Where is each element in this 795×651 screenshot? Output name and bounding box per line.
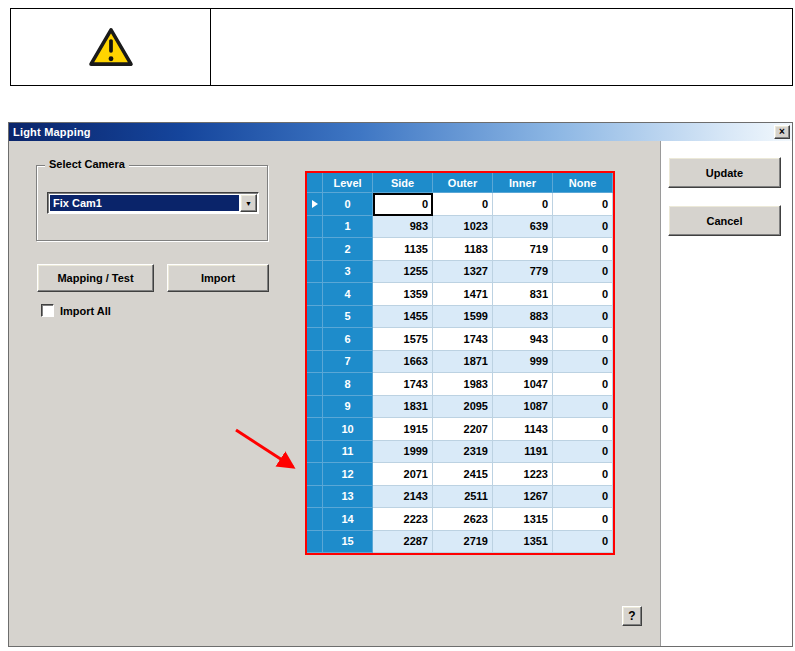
value-cell[interactable]: 1351 (493, 531, 553, 554)
value-cell[interactable]: 0 (553, 283, 613, 306)
value-cell[interactable]: 0 (553, 396, 613, 419)
level-cell[interactable]: 11 (323, 441, 373, 464)
value-cell[interactable]: 1327 (433, 261, 493, 284)
row-indicator[interactable] (307, 238, 323, 261)
level-cell[interactable]: 13 (323, 486, 373, 509)
level-cell[interactable]: 4 (323, 283, 373, 306)
value-cell[interactable]: 1983 (433, 373, 493, 396)
value-cell[interactable]: 1023 (433, 216, 493, 239)
value-cell[interactable]: 0 (553, 238, 613, 261)
level-cell[interactable]: 3 (323, 261, 373, 284)
value-cell[interactable]: 2223 (373, 508, 433, 531)
level-cell[interactable]: 10 (323, 418, 373, 441)
value-cell[interactable]: 1599 (433, 306, 493, 329)
value-cell[interactable]: 1743 (373, 373, 433, 396)
value-cell[interactable]: 0 (553, 486, 613, 509)
column-header-outer[interactable]: Outer (433, 173, 493, 193)
row-indicator[interactable] (307, 351, 323, 374)
value-cell[interactable]: 719 (493, 238, 553, 261)
value-cell[interactable]: 943 (493, 328, 553, 351)
import-button[interactable]: Import (167, 264, 269, 292)
value-cell[interactable]: 1223 (493, 463, 553, 486)
value-cell[interactable]: 0 (553, 306, 613, 329)
value-cell[interactable]: 1143 (493, 418, 553, 441)
column-header-level[interactable]: Level (323, 173, 373, 193)
level-cell[interactable]: 12 (323, 463, 373, 486)
value-cell[interactable]: 2319 (433, 441, 493, 464)
value-cell[interactable]: 831 (493, 283, 553, 306)
level-cell[interactable]: 7 (323, 351, 373, 374)
value-cell[interactable]: 2511 (433, 486, 493, 509)
value-cell[interactable]: 2071 (373, 463, 433, 486)
value-cell[interactable]: 1743 (433, 328, 493, 351)
import-all-checkbox-box[interactable] (41, 304, 54, 317)
level-cell[interactable]: 5 (323, 306, 373, 329)
value-cell[interactable]: 0 (553, 508, 613, 531)
mapping-test-button[interactable]: Mapping / Test (37, 264, 154, 292)
value-cell[interactable]: 0 (553, 193, 613, 216)
row-indicator[interactable] (307, 463, 323, 486)
value-cell[interactable]: 0 (553, 531, 613, 554)
value-cell[interactable]: 2287 (373, 531, 433, 554)
value-cell[interactable]: 639 (493, 216, 553, 239)
value-cell[interactable]: 999 (493, 351, 553, 374)
value-cell[interactable]: 1871 (433, 351, 493, 374)
value-cell[interactable]: 0 (553, 418, 613, 441)
level-cell[interactable]: 14 (323, 508, 373, 531)
dialog-titlebar[interactable]: Light Mapping (9, 123, 792, 141)
value-cell[interactable]: 1191 (493, 441, 553, 464)
value-cell[interactable]: 0 (553, 463, 613, 486)
value-cell[interactable]: 1575 (373, 328, 433, 351)
row-indicator[interactable] (307, 306, 323, 329)
row-indicator[interactable] (307, 441, 323, 464)
help-button[interactable]: ? (622, 606, 642, 626)
value-cell[interactable]: 0 (493, 193, 553, 216)
value-cell[interactable]: 0 (553, 328, 613, 351)
camera-combobox[interactable]: Fix Cam1 ▼ (47, 192, 259, 214)
value-cell[interactable]: 0 (553, 216, 613, 239)
value-cell[interactable]: 1471 (433, 283, 493, 306)
level-cell[interactable]: 8 (323, 373, 373, 396)
value-cell[interactable]: 1267 (493, 486, 553, 509)
value-cell[interactable]: 1455 (373, 306, 433, 329)
value-cell[interactable]: 0 (553, 441, 613, 464)
row-indicator[interactable] (307, 508, 323, 531)
column-header-side[interactable]: Side (373, 173, 433, 193)
value-cell[interactable]: 0 (433, 193, 493, 216)
update-button[interactable]: Update (668, 157, 781, 188)
value-cell[interactable]: 1183 (433, 238, 493, 261)
value-cell[interactable]: 0 (553, 373, 613, 396)
column-header-inner[interactable]: Inner (493, 173, 553, 193)
level-cell[interactable]: 15 (323, 531, 373, 554)
value-cell[interactable]: 779 (493, 261, 553, 284)
row-indicator[interactable] (307, 396, 323, 419)
combobox-dropdown-button[interactable]: ▼ (240, 194, 257, 212)
value-cell[interactable]: 1663 (373, 351, 433, 374)
cancel-button[interactable]: Cancel (668, 205, 781, 236)
level-cell[interactable]: 9 (323, 396, 373, 419)
import-all-checkbox[interactable]: Import All (41, 304, 111, 317)
row-indicator[interactable] (307, 283, 323, 306)
close-button[interactable]: × (774, 125, 790, 139)
value-cell[interactable]: 2095 (433, 396, 493, 419)
level-cell[interactable]: 1 (323, 216, 373, 239)
row-indicator[interactable] (307, 531, 323, 554)
value-cell[interactable]: 1047 (493, 373, 553, 396)
value-cell[interactable]: 0 (553, 261, 613, 284)
value-cell[interactable]: 1087 (493, 396, 553, 419)
value-cell[interactable]: 2207 (433, 418, 493, 441)
value-cell[interactable]: 1315 (493, 508, 553, 531)
value-cell[interactable]: 1831 (373, 396, 433, 419)
value-cell[interactable]: 1255 (373, 261, 433, 284)
value-cell[interactable]: 1135 (373, 238, 433, 261)
row-indicator[interactable] (307, 486, 323, 509)
level-cell[interactable]: 2 (323, 238, 373, 261)
value-cell[interactable]: 1915 (373, 418, 433, 441)
value-cell[interactable]: 1359 (373, 283, 433, 306)
value-cell[interactable]: 0 (373, 193, 433, 216)
row-indicator[interactable] (307, 373, 323, 396)
value-cell[interactable]: 983 (373, 216, 433, 239)
row-indicator[interactable] (307, 193, 323, 216)
value-cell[interactable]: 0 (553, 351, 613, 374)
row-indicator[interactable] (307, 261, 323, 284)
